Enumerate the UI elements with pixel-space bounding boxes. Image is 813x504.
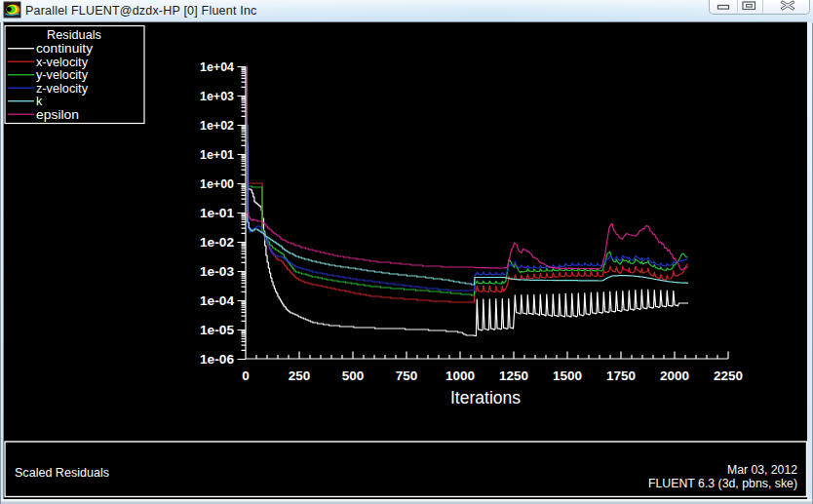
svg-text:500: 500	[342, 368, 365, 383]
svg-text:1e+04: 1e+04	[200, 59, 234, 74]
svg-text:z-velocity: z-velocity	[36, 82, 89, 96]
svg-text:1e+03: 1e+03	[200, 89, 234, 103]
svg-text:1e-04: 1e-04	[200, 293, 234, 308]
svg-text:x-velocity: x-velocity	[36, 56, 89, 69]
svg-text:1e-02: 1e-02	[200, 235, 234, 250]
svg-text:1750: 1750	[606, 368, 636, 383]
svg-text:Iterations: Iterations	[450, 388, 521, 407]
svg-text:y-velocity: y-velocity	[36, 68, 89, 82]
svg-text:Mar 03, 2012: Mar 03, 2012	[727, 463, 797, 477]
svg-text:1e-03: 1e-03	[200, 264, 234, 279]
svg-text:1500: 1500	[553, 368, 582, 383]
svg-text:2250: 2250	[714, 368, 743, 383]
svg-text:1000: 1000	[445, 368, 475, 383]
svg-text:1e+00: 1e+00	[200, 176, 234, 191]
svg-text:2000: 2000	[660, 368, 689, 383]
svg-text:1e+02: 1e+02	[200, 118, 234, 133]
svg-text:Scaled Residuals: Scaled Residuals	[15, 466, 109, 480]
svg-text:continuity: continuity	[36, 42, 94, 56]
svg-text:1e+01: 1e+01	[200, 147, 234, 162]
svg-text:k: k	[36, 95, 43, 108]
svg-text:1e-01: 1e-01	[200, 206, 234, 220]
svg-text:250: 250	[289, 368, 311, 383]
svg-text:Residuals: Residuals	[47, 28, 101, 42]
svg-text:0: 0	[242, 368, 250, 383]
svg-text:FLUENT 6.3 (3d, pbns, ske): FLUENT 6.3 (3d, pbns, ske)	[648, 477, 797, 490]
svg-text:1e-05: 1e-05	[200, 323, 234, 337]
svg-text:epsilon: epsilon	[36, 108, 79, 122]
svg-text:750: 750	[396, 368, 418, 383]
svg-text:1250: 1250	[499, 368, 528, 383]
svg-text:1e-06: 1e-06	[200, 352, 234, 367]
